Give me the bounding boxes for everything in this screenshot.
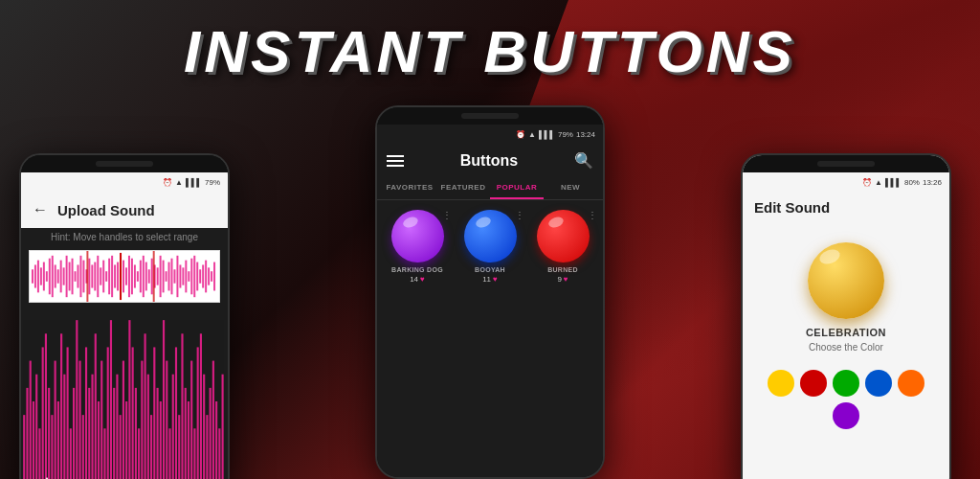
label-burned: BURNED (547, 266, 578, 273)
svg-rect-129 (212, 361, 214, 479)
svg-rect-1 (34, 264, 36, 287)
svg-rect-121 (188, 401, 189, 479)
search-icon[interactable]: 🔍 (574, 151, 593, 170)
svg-rect-128 (210, 388, 212, 479)
ball-booyah[interactable] (464, 210, 517, 262)
swatch-purple[interactable] (833, 402, 859, 429)
svg-rect-28 (111, 256, 113, 297)
swatch-blue[interactable] (865, 370, 892, 397)
svg-rect-92 (98, 401, 100, 479)
svg-rect-55 (188, 271, 189, 282)
svg-rect-54 (185, 261, 187, 293)
dots-burned[interactable]: ⋮ (588, 210, 597, 220)
svg-rect-103 (132, 347, 134, 479)
right-status-bar: ⏰ ▲ ▌▌▌ 80% 13:26 (743, 172, 949, 192)
svg-rect-46 (163, 261, 165, 293)
dots-barking-dog[interactable]: ⋮ (442, 210, 452, 220)
svg-rect-8 (55, 264, 56, 287)
svg-rect-123 (193, 428, 195, 479)
svg-rect-89 (88, 388, 90, 479)
svg-rect-91 (95, 333, 97, 479)
sound-item-burned[interactable]: ⋮ BURNED 9 ♥ (537, 210, 590, 284)
choose-color-label: Choose the Color (809, 342, 883, 353)
ball-celebration[interactable] (808, 242, 884, 319)
svg-rect-97 (113, 388, 115, 479)
svg-rect-53 (182, 267, 184, 285)
svg-rect-96 (110, 320, 112, 479)
svg-rect-118 (178, 415, 180, 479)
svg-rect-93 (100, 361, 102, 479)
svg-rect-52 (179, 264, 181, 287)
heart-icon-1[interactable]: ♥ (420, 275, 425, 284)
sound-item-barking-dog[interactable]: ⋮ BARKING DOG 14 ♥ (391, 210, 444, 284)
svg-rect-98 (116, 375, 118, 479)
svg-rect-107 (145, 333, 146, 479)
ball-barking-dog[interactable] (391, 210, 444, 262)
tab-favorites[interactable]: FAVORITES (383, 177, 436, 199)
tab-new[interactable]: NEW (544, 177, 597, 199)
svg-rect-5 (46, 271, 48, 282)
sound-tabs-row: FAVORITES FEATURED POPULAR NEW (377, 177, 603, 200)
svg-rect-47 (166, 271, 167, 282)
svg-rect-16 (78, 264, 79, 287)
svg-rect-18 (82, 261, 84, 293)
svg-rect-41 (148, 269, 150, 283)
svg-rect-21 (91, 264, 93, 287)
hamburger-line-2 (387, 160, 404, 162)
svg-rect-83 (70, 428, 72, 479)
swatch-gold[interactable] (768, 370, 794, 397)
heart-icon-2[interactable]: ♥ (493, 275, 498, 284)
battery-text: 79% (205, 178, 220, 187)
svg-rect-77 (51, 415, 53, 479)
tab-popular[interactable]: POPULAR (490, 177, 544, 199)
upload-status-bar: ⏰ ▲ ▌▌▌ 79% (21, 172, 228, 192)
upload-hint: Hint: Move handles to select range (21, 228, 228, 246)
svg-rect-10 (60, 261, 62, 293)
svg-rect-86 (78, 361, 80, 479)
time-mid: 13:24 (576, 130, 595, 139)
svg-rect-81 (63, 375, 65, 479)
svg-rect-88 (85, 347, 87, 479)
tab-featured[interactable]: FEATURED (436, 177, 490, 199)
svg-rect-44 (157, 267, 159, 285)
heart-icon-3[interactable]: ♥ (564, 275, 568, 284)
waveform-svg (30, 251, 219, 302)
time-right: 13:26 (923, 178, 942, 187)
svg-rect-79 (57, 401, 59, 479)
svg-rect-126 (203, 375, 205, 479)
svg-rect-101 (125, 401, 127, 479)
svg-rect-75 (45, 333, 47, 479)
svg-rect-60 (202, 264, 204, 287)
sound-item-booyah[interactable]: ⋮ BOOYAH 11 ♥ (464, 210, 517, 284)
ball-burned[interactable] (537, 210, 590, 262)
svg-rect-51 (176, 256, 178, 297)
svg-rect-22 (94, 262, 96, 291)
svg-rect-58 (196, 262, 198, 291)
label-booyah: BOOYAH (475, 266, 505, 273)
alarm-icon-mid: ⏰ (516, 130, 525, 139)
hamburger-menu-icon[interactable] (387, 155, 404, 167)
app-title: INSTANT BUTTONS (0, 17, 980, 85)
svg-rect-12 (66, 256, 68, 297)
svg-rect-68 (23, 415, 25, 479)
wifi-icon: ▲ (175, 178, 183, 187)
upload-screen-title: Upload Sound (57, 202, 155, 218)
buttons-screen-title: Buttons (460, 152, 518, 170)
swatch-red[interactable] (800, 370, 827, 397)
back-arrow-icon[interactable]: ← (33, 201, 48, 218)
bottom-waveform-svg (21, 307, 228, 479)
svg-rect-76 (48, 388, 50, 479)
alarm-icon: ⏰ (163, 178, 172, 187)
swatch-green[interactable] (833, 370, 859, 397)
svg-rect-67 (153, 251, 155, 302)
swatch-orange[interactable] (898, 370, 924, 397)
count-row-booyah: 11 ♥ (482, 275, 498, 284)
svg-rect-33 (125, 267, 127, 285)
battery-right: 80% (904, 178, 920, 187)
bottom-waveform-area (21, 307, 228, 479)
dots-booyah[interactable]: ⋮ (515, 210, 524, 220)
phone-speaker-middle (377, 107, 603, 125)
svg-rect-7 (52, 256, 54, 297)
waveform-container (29, 250, 220, 303)
svg-rect-131 (218, 428, 220, 479)
